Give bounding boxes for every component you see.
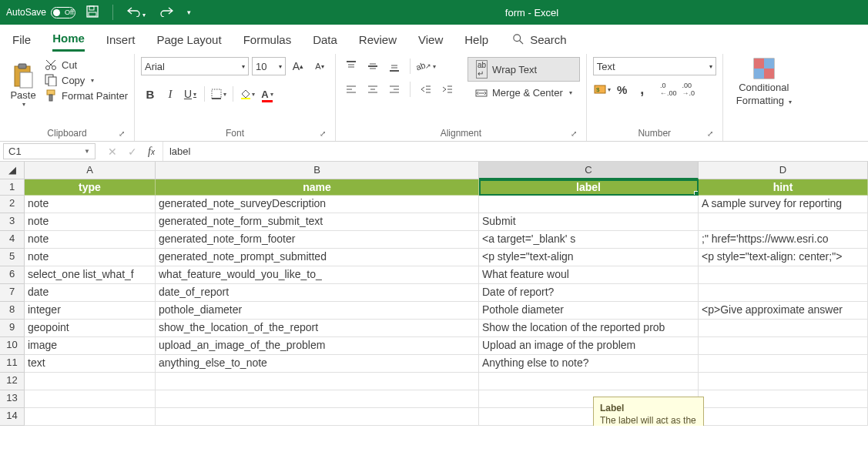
decrease-font-icon[interactable]: A▾ [310, 57, 329, 75]
cell[interactable]: generated_note_surveyDescription [156, 196, 479, 213]
cell[interactable]: select_one list_what_f [25, 266, 156, 284]
cell[interactable] [479, 373, 699, 390]
cell[interactable] [25, 373, 156, 390]
tab-view[interactable]: View [418, 28, 443, 51]
col-header-A[interactable]: A [25, 162, 156, 179]
cell[interactable]: <a target='_blank' s [479, 231, 699, 249]
tab-review[interactable]: Review [359, 28, 397, 51]
row-header[interactable]: 8 [0, 302, 25, 320]
autosave-toggle[interactable]: AutoSave Off [6, 7, 75, 18]
row-header[interactable]: 3 [0, 213, 25, 231]
cell[interactable]: note [25, 249, 156, 266]
row-header[interactable]: 5 [0, 249, 25, 266]
tab-page-layout[interactable]: Page Layout [156, 28, 221, 51]
cell[interactable]: What feature woul [479, 266, 699, 284]
tab-file[interactable]: File [12, 28, 31, 51]
cell[interactable] [156, 408, 479, 426]
row-header[interactable]: 6 [0, 266, 25, 284]
cell[interactable]: generated_note_form_submit_text [156, 213, 479, 231]
tab-insert[interactable]: Insert [106, 28, 136, 51]
orientation-icon[interactable]: ab↗▾ [417, 57, 435, 75]
table-header[interactable]: type [25, 179, 156, 196]
cell[interactable]: integer [25, 302, 156, 320]
cell[interactable]: <p>Give approximate answer [699, 302, 868, 320]
table-header[interactable]: hint [699, 179, 868, 196]
col-header-C[interactable]: C [479, 162, 699, 179]
search-box[interactable]: Search [513, 33, 567, 46]
cell[interactable] [25, 408, 156, 426]
cell[interactable]: generated_note_prompt_submitted [156, 249, 479, 266]
cell[interactable]: pothole_diameter [156, 302, 479, 320]
cell[interactable]: note [25, 213, 156, 231]
cell[interactable] [699, 320, 868, 337]
cell[interactable] [699, 284, 868, 302]
qat-customize-icon[interactable]: ▾ [187, 8, 191, 16]
cell[interactable]: note [25, 231, 156, 249]
cell[interactable] [699, 213, 868, 231]
cell[interactable]: <p style="text-align: center;"> [699, 249, 868, 266]
cell[interactable]: text [25, 355, 156, 373]
merge-center-button[interactable]: Merge & Center▾ [468, 85, 580, 101]
cell[interactable]: Pothole diameter [479, 302, 699, 320]
redo-icon[interactable] [159, 6, 173, 19]
row-header[interactable]: 2 [0, 196, 25, 213]
cell[interactable]: what_feature_would_you_like_to_ [156, 266, 479, 284]
increase-font-icon[interactable]: A▴ [289, 57, 307, 75]
cell[interactable] [699, 266, 868, 284]
cell[interactable]: date [25, 284, 156, 302]
row-header[interactable]: 7 [0, 284, 25, 302]
align-left-icon[interactable] [342, 80, 360, 99]
col-header-B[interactable]: B [156, 162, 479, 179]
cell[interactable]: Show the location of the reported prob [479, 320, 699, 337]
comma-format-icon[interactable]: , [633, 80, 652, 99]
enter-formula-icon[interactable]: ✓ [128, 146, 137, 158]
conditional-formatting-button[interactable]: Conditional Formatting ▾ [729, 57, 799, 106]
cell[interactable]: ;" href='https://www.esri.co [699, 231, 868, 249]
cancel-formula-icon[interactable]: ✕ [108, 146, 117, 158]
name-box[interactable]: C1▼ [3, 143, 96, 159]
row-header[interactable]: 1 [0, 179, 25, 196]
underline-button[interactable]: U▾ [181, 85, 199, 103]
cell[interactable]: Submit [479, 213, 699, 231]
cell[interactable]: A sample survey for reporting [699, 196, 868, 213]
cell[interactable]: Upload an image of the problem [479, 337, 699, 355]
alignment-dialog-launcher-icon[interactable]: ⤢ [571, 129, 577, 138]
decrease-indent-icon[interactable] [417, 80, 435, 99]
cell[interactable] [699, 337, 868, 355]
cell[interactable]: date_of_report [156, 284, 479, 302]
paste-button[interactable]: Paste ▾ [6, 57, 40, 114]
row-header[interactable]: 9 [0, 320, 25, 337]
cell[interactable]: upload_an_image_of_the_problem [156, 337, 479, 355]
cell[interactable]: <p style="text-align [479, 249, 699, 266]
row-header[interactable]: 4 [0, 231, 25, 249]
align-right-icon[interactable] [385, 80, 404, 99]
borders-button[interactable]: ▾ [209, 85, 228, 103]
switch-off-icon[interactable]: Off [51, 7, 75, 18]
cell[interactable]: anything_else_to_note [156, 355, 479, 373]
table-header[interactable]: name [156, 179, 479, 196]
cell[interactable] [699, 390, 868, 408]
font-color-button[interactable]: A▾ [258, 85, 276, 103]
cell[interactable] [25, 390, 156, 408]
cell[interactable] [699, 373, 868, 390]
tab-help[interactable]: Help [464, 28, 488, 51]
cell[interactable] [699, 408, 868, 426]
italic-button[interactable]: I [161, 85, 179, 103]
align-bottom-icon[interactable] [385, 57, 404, 75]
font-dialog-launcher-icon[interactable]: ⤢ [320, 129, 326, 138]
decrease-decimal-icon[interactable]: .00→.0 [679, 80, 698, 99]
clipboard-dialog-launcher-icon[interactable]: ⤢ [119, 129, 125, 138]
bold-button[interactable]: B [141, 85, 159, 103]
row-header[interactable]: 10 [0, 337, 25, 355]
cell[interactable] [699, 355, 868, 373]
align-middle-icon[interactable] [364, 57, 382, 75]
cell[interactable]: Date of report? [479, 284, 699, 302]
font-name-combo[interactable]: Arial▾ [141, 57, 249, 75]
accounting-format-icon[interactable]: $▾ [593, 80, 612, 99]
increase-indent-icon[interactable] [438, 80, 457, 99]
cut-button[interactable]: Cut [45, 59, 128, 71]
number-format-combo[interactable]: Text▾ [593, 57, 716, 75]
number-dialog-launcher-icon[interactable]: ⤢ [707, 129, 713, 138]
cell[interactable]: geopoint [25, 320, 156, 337]
cell[interactable] [479, 196, 699, 213]
